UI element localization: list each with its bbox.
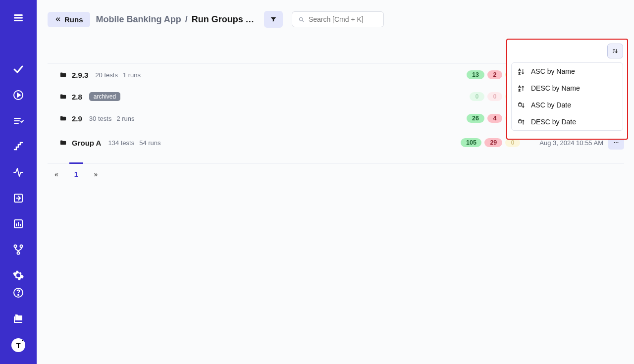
pill-fail: 2 [487, 70, 502, 79]
sort-name-desc-icon: AZ [518, 85, 525, 92]
group-runs: 2 runs [116, 115, 134, 122]
breadcrumb-project[interactable]: Mobile Banking App [96, 14, 181, 25]
search-icon [298, 16, 305, 23]
check-icon[interactable] [12, 63, 24, 75]
page-prev[interactable]: « [54, 170, 58, 178]
svg-line-18 [302, 20, 304, 22]
pill-fail: 29 [484, 138, 502, 147]
sort-item-label: ASC by Name [531, 67, 575, 75]
sort-item-label: DESC by Name [531, 84, 580, 92]
pill-pass: 13 [467, 70, 484, 79]
svg-point-13 [20, 245, 23, 248]
header: Runs Mobile Banking App / Run Groups Arc… [37, 0, 634, 39]
svg-point-14 [17, 252, 20, 255]
svg-rect-1 [14, 17, 23, 19]
filter-icon [270, 16, 277, 23]
sort-dropdown: AZ ASC by Name AZ DESC by Name ASC by Da… [511, 62, 623, 131]
page-next[interactable]: » [94, 170, 98, 178]
folder-icon [59, 93, 67, 101]
archived-badge: archived [89, 92, 120, 101]
back-button[interactable]: Runs [48, 12, 90, 27]
svg-rect-0 [14, 14, 23, 16]
svg-text:Z: Z [519, 88, 521, 91]
svg-point-32 [614, 142, 615, 143]
branch-icon[interactable] [12, 244, 24, 256]
svg-text:A: A [519, 85, 521, 88]
sort-panel-highlight: AZ ASC by Name AZ DESC by Name ASC by Da… [506, 39, 628, 140]
sort-name-asc-icon: AZ [518, 68, 525, 75]
more-horizontal-icon [613, 139, 620, 146]
activity-icon[interactable] [12, 166, 24, 178]
sort-date-desc-icon [518, 118, 525, 126]
pill-pass: 105 [461, 138, 481, 147]
steps-icon[interactable] [12, 141, 24, 153]
group-name: 2.8 [72, 93, 82, 101]
svg-point-33 [616, 142, 617, 143]
breadcrumb-sep: / [185, 14, 188, 25]
chevron-double-left-icon [54, 16, 61, 23]
back-label: Runs [64, 15, 83, 24]
sort-desc-date[interactable]: DESC by Date [512, 113, 623, 130]
group-name: 2.9 [72, 114, 82, 123]
sort-icon [612, 48, 619, 54]
play-circle-icon[interactable] [12, 89, 24, 101]
svg-text:Z: Z [519, 71, 521, 74]
gear-icon[interactable] [12, 269, 24, 281]
app-logo[interactable]: T [11, 338, 25, 352]
sort-item-label: DESC by Date [531, 118, 576, 126]
sort-desc-name[interactable]: AZ DESC by Name [512, 80, 623, 97]
folders-icon[interactable] [12, 312, 24, 324]
folder-icon [59, 115, 67, 122]
pill-fail: 4 [487, 114, 502, 123]
svg-point-34 [618, 142, 619, 143]
svg-rect-29 [519, 120, 522, 123]
svg-point-17 [299, 17, 303, 21]
sort-button[interactable] [607, 44, 623, 58]
svg-point-16 [18, 295, 19, 296]
group-date: Aug 3, 2024 10:55 AM [530, 139, 603, 147]
svg-rect-2 [14, 20, 23, 21]
breadcrumb-current: Run Groups Archive [192, 14, 255, 25]
sort-item-label: ASC by Date [531, 101, 571, 109]
sort-date-asc-icon [518, 102, 525, 109]
search-box[interactable] [292, 11, 384, 27]
chart-icon[interactable] [12, 218, 24, 230]
folder-icon [59, 139, 67, 147]
page-number[interactable]: 1 [74, 170, 78, 178]
menu-icon[interactable] [12, 12, 24, 24]
group-name: 2.9.3 [72, 71, 88, 79]
group-tests: 134 tests [108, 139, 134, 147]
search-input[interactable] [309, 15, 377, 23]
pill-fail: 0 [487, 92, 502, 101]
svg-point-12 [14, 245, 17, 248]
group-tests: 20 tests [95, 71, 118, 79]
pill-pass: 26 [467, 114, 484, 123]
import-icon[interactable] [12, 192, 24, 204]
group-runs: 54 runs [139, 139, 160, 147]
folder-icon [59, 71, 67, 79]
group-name: Group A [72, 139, 101, 147]
help-icon[interactable] [12, 287, 24, 299]
pill-pass: 0 [470, 92, 484, 101]
sort-asc-name[interactable]: AZ ASC by Name [512, 63, 623, 80]
pagination: « 1 » [48, 163, 624, 178]
group-tests: 30 tests [89, 115, 112, 122]
svg-text:A: A [519, 68, 521, 71]
filter-button[interactable] [264, 11, 283, 28]
sidebar: T [0, 0, 37, 364]
sort-asc-date[interactable]: ASC by Date [512, 97, 623, 113]
main: Runs Mobile Banking App / Run Groups Arc… [37, 0, 634, 364]
breadcrumb: Mobile Banking App / Run Groups Archive [96, 14, 255, 25]
svg-rect-26 [519, 103, 522, 106]
content: AZ ASC by Name AZ DESC by Name ASC by Da… [37, 39, 634, 178]
group-runs: 1 runs [123, 71, 141, 79]
checklist-icon[interactable] [12, 115, 24, 127]
